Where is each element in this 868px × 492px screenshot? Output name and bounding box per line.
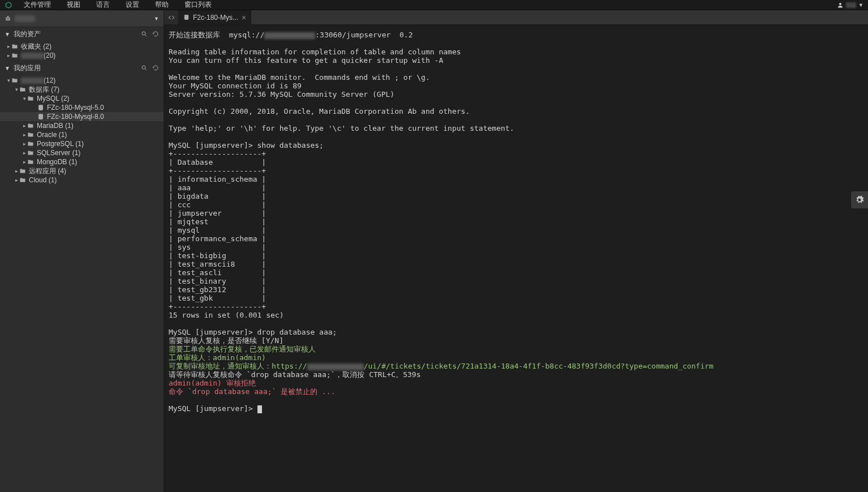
menu-view[interactable]: 视图 — [67, 0, 80, 10]
menu-settings[interactable]: 设置 — [126, 0, 139, 10]
tree-favorites[interactable]: ▸ 收藏夹 (2) — [0, 42, 164, 51]
tree-label: Cloud (1) — [29, 176, 57, 184]
org-selector[interactable]: ▼ — [0, 10, 164, 27]
folder-icon — [11, 77, 18, 84]
svg-point-2 — [142, 66, 145, 69]
assets-tree: ▸ 收藏夹 (2) ▸ (20) — [0, 41, 164, 61]
tree-mysql-child-1[interactable]: FZc-180-Mysql-8.0 — [0, 112, 164, 121]
refresh-icon[interactable] — [152, 31, 159, 37]
folder-icon — [27, 122, 34, 129]
tree-mysql[interactable]: ▾ MySQL (2) — [0, 94, 164, 103]
caret-down-icon: ▾ — [14, 87, 19, 92]
section-assets-label: 我的资产 — [14, 29, 41, 39]
tree-count: (12) — [44, 76, 55, 84]
tab-nav-icon — [168, 14, 175, 21]
search-icon[interactable] — [141, 65, 148, 71]
tree-cloud[interactable]: ▸ Cloud (1) — [0, 176, 164, 185]
tree-count: (20) — [44, 52, 55, 59]
tree-label-blurred — [21, 78, 44, 84]
tree-label-blurred — [21, 53, 44, 59]
chevron-down-icon: ▼ — [858, 2, 863, 8]
org-icon — [5, 15, 11, 22]
tree-remote[interactable]: ▸ 远程应用 (4) — [0, 166, 164, 176]
chevron-down-icon: ▼ — [154, 16, 159, 22]
folder-icon — [19, 168, 26, 174]
tree-label: MySQL (2) — [37, 95, 70, 102]
tree-label: 远程应用 (4) — [29, 166, 66, 176]
terminal[interactable]: 开始连接数据库 mysql://:33060/jumpserver 0.2 Re… — [164, 25, 868, 492]
tree-label: 数据库 (7) — [29, 85, 59, 95]
tab-title: F2c-180-Mys... — [193, 14, 238, 22]
sidebar: ▼ ▼ 我的资产 ▸ 收藏夹 (2) ▸ (20) — [0, 10, 164, 492]
tab-bar: F2c-180-Mys... × — [164, 10, 868, 25]
caret-right-icon: ▸ — [14, 177, 19, 183]
tab-nav-button[interactable] — [164, 10, 179, 24]
tree-mongodb[interactable]: ▸ MongoDB (1) — [0, 157, 164, 166]
top-menu: 文件管理 视图 语言 设置 帮助 窗口列表 ▼ — [0, 0, 868, 10]
menu-lang[interactable]: 语言 — [96, 0, 110, 10]
menu-help[interactable]: 帮助 — [155, 0, 169, 10]
tree-postgresql[interactable]: ▸ PostgreSQL (1) — [0, 139, 164, 148]
section-apps-label: 我的应用 — [14, 63, 41, 73]
folder-icon — [19, 86, 26, 93]
section-apps[interactable]: ▼ 我的应用 — [0, 61, 164, 75]
gear-icon — [855, 195, 864, 204]
tree-oracle[interactable]: ▸ Oracle (1) — [0, 130, 164, 139]
tree-root[interactable]: ▾ (12) — [0, 76, 164, 85]
tree-label: MariaDB (1) — [37, 122, 74, 130]
tree-item[interactable]: ▸ (20) — [0, 51, 164, 60]
database-icon — [37, 104, 44, 111]
tree-label: Oracle (1) — [37, 131, 67, 139]
org-name-blurred — [15, 15, 35, 22]
tree-database[interactable]: ▾ 数据库 (7) — [0, 85, 164, 94]
tree-mariadb[interactable]: ▸ MariaDB (1) — [0, 121, 164, 130]
apps-tree: ▾ (12) ▾ 数据库 (7) ▾ MySQL (2) FZc-180-Mys… — [0, 75, 164, 186]
user-icon — [837, 2, 844, 8]
tree-label: SQLServer (1) — [37, 149, 80, 157]
database-icon — [183, 14, 190, 20]
tab-active[interactable]: F2c-180-Mys... × — [179, 10, 251, 24]
folder-icon — [27, 131, 34, 138]
section-assets[interactable]: ▼ 我的资产 — [0, 27, 164, 41]
caret-right-icon: ▸ — [22, 123, 27, 129]
close-icon[interactable]: × — [242, 14, 246, 22]
tree-label: PostgreSQL (1) — [37, 140, 84, 148]
svg-point-0 — [839, 3, 841, 5]
caret-right-icon: ▸ — [22, 132, 27, 138]
menu-windows[interactable]: 窗口列表 — [184, 0, 212, 10]
logo-icon — [5, 1, 12, 9]
caret-down-icon: ▼ — [5, 65, 10, 71]
tree-label: FZc-180-Mysql-5.0 — [47, 104, 104, 112]
database-icon — [37, 113, 44, 120]
folder-icon — [27, 95, 34, 102]
tree-label: 收藏夹 (2) — [21, 42, 51, 52]
caret-right-icon: ▸ — [6, 53, 11, 58]
caret-down-icon: ▼ — [5, 31, 10, 37]
caret-down-icon: ▾ — [6, 78, 11, 83]
tree-sqlserver[interactable]: ▸ SQLServer (1) — [0, 148, 164, 157]
folder-icon — [11, 43, 18, 50]
caret-right-icon: ▸ — [22, 141, 27, 147]
caret-right-icon: ▸ — [6, 44, 11, 49]
caret-right-icon: ▸ — [22, 159, 27, 165]
tree-mysql-child-0[interactable]: FZc-180-Mysql-5.0 — [0, 103, 164, 112]
folder-icon — [27, 149, 34, 156]
settings-fab[interactable] — [851, 191, 868, 208]
svg-point-1 — [142, 32, 145, 35]
caret-right-icon: ▸ — [22, 150, 27, 156]
folder-icon — [27, 140, 34, 147]
folder-icon — [27, 159, 34, 165]
refresh-icon[interactable] — [152, 65, 159, 71]
caret-right-icon: ▸ — [14, 168, 19, 174]
folder-icon — [19, 177, 26, 183]
tree-label: FZc-180-Mysql-8.0 — [47, 113, 104, 121]
menu-items: 文件管理 视图 语言 设置 帮助 窗口列表 — [24, 0, 212, 10]
tree-label: MongoDB (1) — [37, 158, 77, 166]
user-name-blurred — [846, 2, 856, 8]
search-icon[interactable] — [141, 31, 148, 37]
content-area: F2c-180-Mys... × 开始连接数据库 mysql://:33060/… — [164, 10, 868, 492]
caret-down-icon: ▾ — [22, 96, 27, 101]
folder-icon — [11, 52, 18, 59]
menu-file[interactable]: 文件管理 — [24, 0, 51, 10]
user-menu[interactable]: ▼ — [837, 2, 863, 8]
